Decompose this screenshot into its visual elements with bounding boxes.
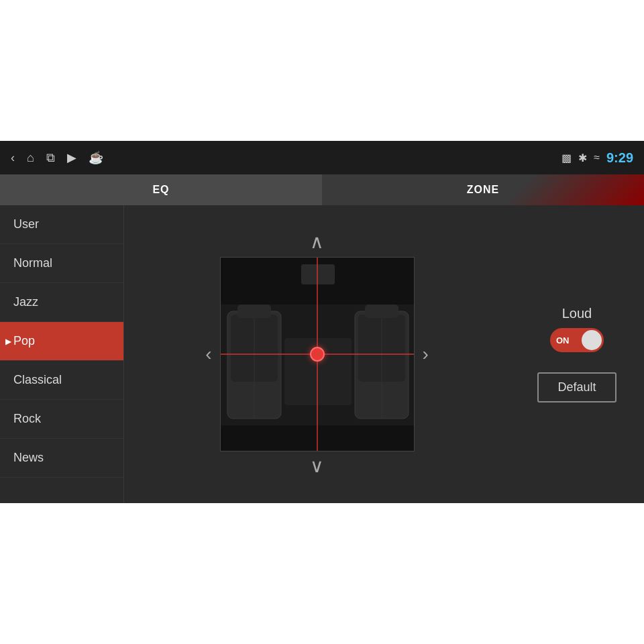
zone-arrow-down[interactable]: ∨ (310, 457, 324, 476)
eq-item-rock[interactable]: Rock (0, 400, 123, 439)
tab-bar: EQ ZONE (0, 174, 644, 205)
zone-arrow-right[interactable]: › (423, 343, 429, 365)
eq-item-classical[interactable]: Classical (0, 361, 123, 400)
loud-toggle[interactable]: ON (550, 328, 604, 352)
back-icon[interactable]: ‹ (11, 151, 15, 165)
bluetooth-icon: ✱ (578, 152, 587, 164)
loud-section: Loud ON (550, 306, 604, 352)
eq-item-jazz[interactable]: Jazz (0, 283, 123, 322)
tab-eq[interactable]: EQ (0, 174, 322, 205)
default-button[interactable]: Default (537, 372, 616, 402)
crosshair-dot (310, 347, 325, 362)
eq-sidebar: User Normal Jazz Pop Classical Rock (0, 205, 124, 503)
toggle-knob (582, 330, 602, 350)
zone-arrow-up[interactable]: ∧ (310, 233, 324, 252)
nav-icons: ‹ ⌂ ⧉ ▶ ☕ (11, 150, 103, 165)
home-icon[interactable]: ⌂ (27, 151, 34, 165)
loud-label: Loud (562, 306, 592, 321)
eq-item-user[interactable]: User (0, 205, 123, 244)
eq-item-pop[interactable]: Pop (0, 322, 123, 361)
status-bar: ‹ ⌂ ⧉ ▶ ☕ ▩ ✱ ≈ 9:29 (0, 141, 644, 174)
zone-panel: ∧ ‹ (124, 205, 510, 503)
tab-zone[interactable]: ZONE (322, 174, 644, 205)
status-right: ▩ ✱ ≈ 9:29 (561, 150, 633, 166)
main-device: ‹ ⌂ ⧉ ▶ ☕ ▩ ✱ ≈ 9:29 EQ ZONE (0, 141, 644, 503)
crosshair-overlay (221, 258, 414, 451)
zone-arrow-left[interactable]: ‹ (205, 343, 211, 365)
toggle-on-label: ON (556, 335, 582, 345)
zone-car-image[interactable] (220, 257, 415, 451)
eq-item-news[interactable]: News (0, 439, 123, 478)
zone-middle-row: ‹ (205, 257, 429, 451)
eq-item-normal[interactable]: Normal (0, 244, 123, 283)
bag-icon[interactable]: ☕ (89, 150, 103, 165)
zone-controls: Loud ON Default (510, 205, 644, 503)
camera-icon[interactable]: ▶ (67, 150, 76, 165)
wifi-icon: ≈ (594, 152, 600, 164)
main-content: User Normal Jazz Pop Classical Rock (0, 205, 644, 503)
time-display: 9:29 (606, 150, 633, 166)
windows-icon[interactable]: ⧉ (46, 151, 55, 165)
cast-icon: ▩ (561, 152, 572, 164)
